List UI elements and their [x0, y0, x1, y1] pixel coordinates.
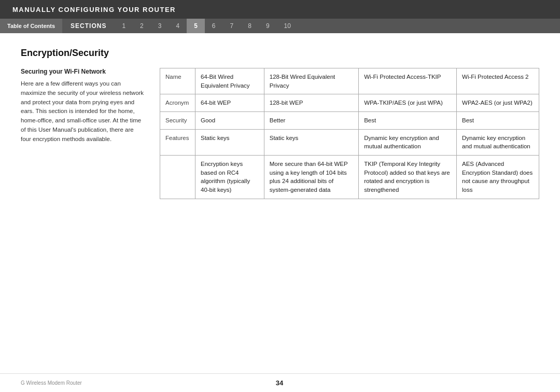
content-area: Securing your Wi-Fi Network Here are a f…: [21, 68, 539, 199]
row-details-col2: More secure than 64-bit WEP using a key …: [264, 156, 358, 199]
nav-num-4[interactable]: 4: [169, 19, 187, 33]
nav-num-5[interactable]: 5: [187, 19, 205, 33]
nav-num-6[interactable]: 6: [205, 19, 223, 33]
row-security-col3: Best: [359, 112, 457, 130]
row-features-col1: Static keys: [195, 129, 264, 155]
table-row-name: Name 64-Bit Wired Equivalent Privacy 128…: [160, 68, 539, 94]
row-security-col2: Better: [264, 112, 358, 130]
row-features-col3: Dynamic key encryption and mutual authen…: [359, 129, 457, 155]
row-details-col3: TKIP (Temporal Key Integrity Protocol) a…: [359, 156, 457, 199]
left-body-text: Here are a few different ways you can ma…: [21, 79, 145, 144]
row-label-details: [160, 156, 195, 199]
nav-num-7[interactable]: 7: [223, 19, 241, 33]
row-features-col4: Dynamic key encryption and mutual authen…: [457, 129, 539, 155]
row-name-col3: Wi-Fi Protected Access-TKIP: [359, 68, 457, 94]
footer-page-number: 34: [276, 379, 283, 387]
sections-label: SECTIONS: [62, 22, 115, 30]
nav-bar: Table of Contents SECTIONS 1 2 3 4 5 6 7…: [0, 19, 560, 33]
row-label-name: Name: [160, 68, 195, 94]
row-security-col1: Good: [195, 112, 264, 130]
row-features-col2: Static keys: [264, 129, 358, 155]
row-label-security: Security: [160, 112, 195, 130]
row-acronym-col1: 64-bit WEP: [195, 94, 264, 112]
row-details-col4: AES (Advanced Encryption Standard) does …: [457, 156, 539, 199]
row-label-acronym: Acronym: [160, 94, 195, 112]
row-name-col2: 128-Bit Wired Equivalent Privacy: [264, 68, 358, 94]
table-row-details: Encryption keys based on RC4 algorithm (…: [160, 156, 539, 199]
page-content: Encryption/Security Securing your Wi-Fi …: [0, 33, 560, 209]
right-column: Name 64-Bit Wired Equivalent Privacy 128…: [160, 68, 539, 199]
nav-num-2[interactable]: 2: [133, 19, 151, 33]
left-subtitle: Securing your Wi-Fi Network: [21, 68, 145, 75]
row-acronym-col4: WPA2-AES (or just WPA2): [457, 94, 539, 112]
footer: G Wireless Modem Router 34: [0, 373, 560, 392]
row-name-col4: Wi-Fi Protected Access 2: [457, 68, 539, 94]
row-name-col1: 64-Bit Wired Equivalent Privacy: [195, 68, 264, 94]
left-column: Securing your Wi-Fi Network Here are a f…: [21, 68, 145, 199]
table-row-security: Security Good Better Best Best: [160, 112, 539, 130]
row-label-features: Features: [160, 129, 195, 155]
nav-numbers: 1 2 3 4 5 6 7 8 9 10: [115, 19, 560, 33]
table-row-acronym: Acronym 64-bit WEP 128-bit WEP WPA-TKIP/…: [160, 94, 539, 112]
nav-num-1[interactable]: 1: [115, 19, 133, 33]
nav-num-10[interactable]: 10: [277, 19, 298, 33]
section-heading: Encryption/Security: [21, 48, 539, 59]
table-row-features: Features Static keys Static keys Dynamic…: [160, 129, 539, 155]
footer-left-text: G Wireless Modem Router: [21, 380, 82, 386]
encryption-table: Name 64-Bit Wired Equivalent Privacy 128…: [160, 68, 539, 199]
nav-num-8[interactable]: 8: [241, 19, 259, 33]
toc-button[interactable]: Table of Contents: [0, 19, 62, 33]
row-details-col1: Encryption keys based on RC4 algorithm (…: [195, 156, 264, 199]
nav-num-9[interactable]: 9: [259, 19, 277, 33]
page-title: MANUALLY CONFIGURING YOUR ROUTER: [12, 6, 176, 13]
row-security-col4: Best: [457, 112, 539, 130]
nav-num-3[interactable]: 3: [151, 19, 169, 33]
row-acronym-col2: 128-bit WEP: [264, 94, 358, 112]
top-header-bar: MANUALLY CONFIGURING YOUR ROUTER: [0, 0, 560, 19]
row-acronym-col3: WPA-TKIP/AES (or just WPA): [359, 94, 457, 112]
